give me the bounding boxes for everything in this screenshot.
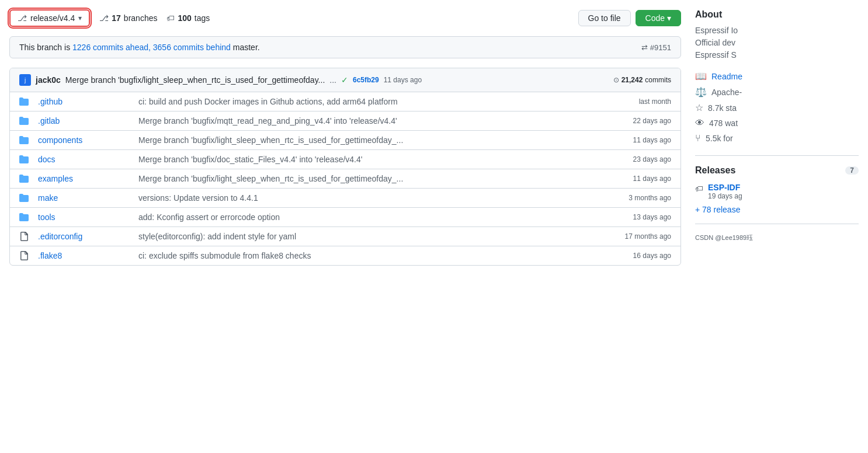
sidebar-divider (695, 155, 859, 156)
readme-link[interactable]: Readme (711, 72, 742, 81)
branch-name: release/v4.4 (30, 13, 75, 23)
file-name[interactable]: docs (38, 155, 131, 164)
folder-icon (19, 135, 31, 145)
file-commit-msg: Merge branch 'bugfix/light_sleep_when_rt… (138, 174, 606, 183)
file-time: 11 days ago (613, 175, 671, 183)
branch-bar-left: ⎇ release/v4.4 ▾ ⎇ 17 branches 🏷 100 tag… (9, 9, 210, 27)
file-commit-msg: Merge branch 'bugfix/doc_static_Files_v4… (138, 155, 606, 164)
about-line-2: Official dev (695, 37, 859, 49)
releases-title: Releases (695, 165, 735, 176)
license-item[interactable]: ⚖️ Apache- (695, 84, 859, 100)
release-info: ESP-IDF 19 days ag (708, 183, 742, 200)
release-name[interactable]: ESP-IDF (708, 183, 740, 192)
file-name[interactable]: make (38, 193, 131, 203)
commit-dots: ... (329, 75, 336, 85)
commit-banner-text: This branch is 1226 commits ahead, 3656 … (19, 43, 260, 52)
file-time: last month (613, 97, 671, 106)
file-name[interactable]: .editorconfig (38, 232, 131, 241)
branch-bar: ⎇ release/v4.4 ▾ ⎇ 17 branches 🏷 100 tag… (9, 9, 681, 27)
tags-label: tags (195, 13, 210, 23)
commit-hash[interactable]: 6c5fb29 (353, 76, 379, 84)
about-title: About (695, 9, 859, 20)
branch-icon: ⎇ (18, 13, 27, 23)
about-line-1: Espressif Io (695, 25, 859, 37)
file-icon (19, 251, 31, 260)
file-commit-msg: style(editorconfig): add indent style fo… (138, 232, 606, 241)
releases-count-badge: 7 (845, 166, 859, 175)
branches-link[interactable]: ⎇ 17 branches (99, 13, 157, 23)
watchers-item[interactable]: 👁 478 wat (695, 116, 859, 131)
commit-history[interactable]: ⊙ 21,242 commits (613, 76, 671, 84)
eye-icon: 👁 (695, 118, 704, 128)
avatar: j (19, 74, 31, 86)
sidebar-divider-2 (695, 224, 859, 224)
table-row: examplesMerge branch 'bugfix/light_sleep… (10, 169, 680, 189)
code-button[interactable]: Code ▾ (636, 10, 681, 26)
file-time: 16 days ago (613, 252, 671, 260)
commit-message: Merge branch 'bugfix/light_sleep_when_rt… (65, 75, 325, 85)
file-name[interactable]: examples (38, 174, 131, 183)
file-name[interactable]: .github (38, 97, 131, 106)
about-line-3: Espressif S (695, 49, 859, 61)
ahead-link[interactable]: 1226 commits ahead, (72, 43, 151, 52)
file-name[interactable]: components (38, 135, 131, 145)
table-row: .githubci: build and push Docker images … (10, 92, 680, 111)
about-desc: Espressif Io Official dev Espressif S (695, 25, 859, 61)
file-name[interactable]: tools (38, 212, 131, 222)
folder-icon (19, 116, 31, 126)
file-commit-msg: ci: exclude spiffs submodule from flake8… (138, 251, 606, 260)
folder-icon (19, 212, 31, 222)
table-row: .gitlabMerge branch 'bugfix/mqtt_read_ne… (10, 111, 680, 131)
file-time: 11 days ago (613, 136, 671, 144)
license-label: Apache- (711, 88, 742, 97)
file-name[interactable]: .gitlab (38, 116, 131, 126)
forks-item[interactable]: ⑂ 5.5k for (695, 131, 859, 146)
code-chevron-icon: ▾ (667, 13, 671, 23)
tags-count: 100 (178, 13, 191, 23)
releases-more-link[interactable]: + 78 release (695, 205, 740, 214)
pr-link[interactable]: ⇄ #9151 (641, 43, 671, 52)
table-row: docsMerge branch 'bugfix/doc_static_File… (10, 150, 680, 169)
fork-icon: ⑂ (695, 133, 701, 144)
file-rows-container: .githubci: build and push Docker images … (10, 92, 680, 265)
commit-banner-suffix: master. (233, 43, 260, 52)
file-time: 22 days ago (613, 117, 671, 125)
readme-item[interactable]: 📖 Readme (695, 68, 859, 84)
branches-label: branches (124, 13, 158, 23)
book-icon: 📖 (695, 71, 707, 82)
table-row: makeversions: Update version to 4.4.13 m… (10, 189, 680, 208)
file-time: 3 months ago (613, 194, 671, 202)
file-time: 17 months ago (613, 232, 671, 241)
balance-icon: ⚖️ (695, 86, 707, 97)
file-icon (19, 232, 31, 241)
tag-icon: 🏷 (695, 184, 703, 193)
release-item: 🏷 ESP-IDF 19 days ag (695, 183, 859, 200)
sidebar: About Espressif Io Official dev Espressi… (695, 9, 859, 444)
branches-icon: ⎇ (99, 13, 109, 23)
behind-link[interactable]: 3656 commits behind (153, 43, 231, 52)
folder-icon (19, 174, 31, 183)
history-icon: ⊙ (613, 76, 619, 84)
folder-icon (19, 155, 31, 164)
tags-link[interactable]: 🏷 100 tags (166, 13, 210, 23)
commit-author[interactable]: jack0c (36, 75, 61, 85)
chevron-down-icon: ▾ (78, 14, 82, 22)
releases-section: Releases 7 🏷 ESP-IDF 19 days ag + 78 rel… (695, 165, 859, 214)
releases-header: Releases 7 (695, 165, 859, 176)
watchers-count: 478 wat (709, 119, 738, 128)
branch-bar-right: Go to file Code ▾ (578, 10, 682, 26)
latest-commit-row: j jack0c Merge branch 'bugfix/light_slee… (10, 68, 680, 92)
sidebar-about: About Espressif Io Official dev Espressi… (695, 9, 859, 146)
file-table: j jack0c Merge branch 'bugfix/light_slee… (9, 68, 681, 266)
stars-item[interactable]: ☆ 8.7k sta (695, 100, 859, 116)
forks-count: 5.5k for (706, 134, 733, 143)
commit-banner-prefix: This branch is (19, 43, 72, 52)
branch-selector[interactable]: ⎇ release/v4.4 ▾ (9, 9, 90, 27)
file-commit-msg: ci: build and push Docker images in Gith… (138, 97, 606, 106)
watermark: CSDN @Lee1989珏 (695, 234, 859, 242)
file-name[interactable]: .flake8 (38, 251, 131, 260)
stars-count: 8.7k sta (708, 103, 737, 113)
commit-banner: This branch is 1226 commits ahead, 3656 … (9, 36, 681, 58)
check-icon: ✓ (341, 75, 348, 85)
go-to-file-button[interactable]: Go to file (578, 10, 631, 26)
